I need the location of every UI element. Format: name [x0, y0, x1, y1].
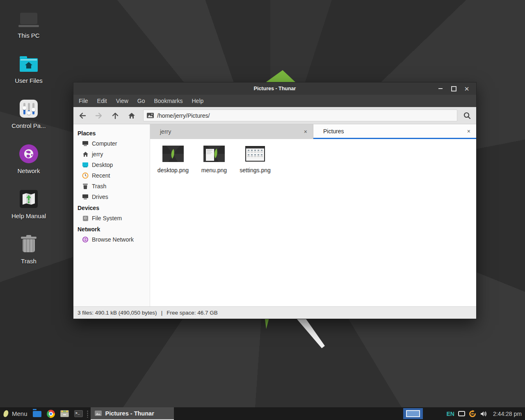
desktop-icon-label: Help Manual	[11, 212, 46, 219]
tab-close-icon[interactable]: ×	[304, 128, 307, 135]
sidebar-header-devices: Devices	[73, 202, 150, 213]
desktop-icon-this-pc[interactable]: This PC	[7, 7, 51, 52]
volume-tray-icon[interactable]	[480, 411, 487, 417]
status-bar: 3 files: 490.1 kB (490,050 bytes) | Free…	[73, 306, 476, 319]
file-thumbnail	[245, 143, 265, 164]
file-name: desktop.png	[158, 167, 189, 173]
status-files-text: 3 files: 490.1 kB (490,050 bytes)	[78, 310, 157, 316]
window-title: Pictures - Thunar	[73, 86, 476, 91]
wallpaper-logo-fragment	[295, 319, 326, 348]
desktop-icon-network[interactable]: Network	[7, 142, 51, 187]
sidebar-item-jerry[interactable]: jerry	[73, 149, 150, 160]
sidebar-item-label: jerry	[92, 151, 103, 158]
file-name: menu.png	[201, 167, 227, 173]
chrome-icon	[47, 410, 55, 418]
system-tray: EN 2:44:28 pm	[403, 407, 525, 420]
titlebar[interactable]: Pictures - Thunar ✕	[73, 82, 476, 95]
sidebar-item-label: File System	[92, 215, 122, 221]
close-button[interactable]: ✕	[463, 85, 470, 92]
menu-help[interactable]: Help	[187, 95, 208, 107]
sidebar-item-label: Browse Network	[92, 236, 134, 243]
search-button[interactable]	[459, 108, 475, 123]
file-desktop-png[interactable]: desktop.png	[153, 143, 194, 173]
browser-launcher[interactable]	[47, 410, 55, 418]
menu-bookmarks[interactable]: Bookmarks	[149, 95, 187, 107]
sidebar-item-label: Desktop	[92, 162, 113, 168]
home-button[interactable]	[123, 108, 140, 123]
terminal-launcher[interactable]: >_	[74, 410, 83, 417]
home-icon	[82, 151, 89, 158]
sidebar-item-label: Drives	[92, 194, 108, 200]
file-manager-launcher[interactable]	[33, 410, 41, 417]
status-divider: |	[161, 310, 163, 316]
sidebar-item-label: Computer	[92, 140, 117, 147]
desktop-monitor-icon	[82, 162, 89, 168]
thunar-window: Pictures - Thunar ✕ File Edit View Go Bo…	[73, 82, 477, 319]
file-list[interactable]: desktop.png	[150, 139, 476, 306]
menu-file[interactable]: File	[74, 95, 93, 107]
taskbar: Menu >_ Pictures - Thunar EN	[0, 407, 525, 420]
task-label: Pictures - Thunar	[105, 410, 154, 417]
sidebar-item-label: Recent	[92, 172, 110, 179]
computer-icon	[20, 13, 37, 24]
wallpaper-logo-fragment	[264, 319, 270, 329]
toolbar: /home/jerry/Pictures/	[73, 107, 476, 124]
back-button[interactable]	[74, 108, 91, 123]
taskbar-task-thunar[interactable]: Pictures - Thunar	[91, 407, 174, 420]
clock[interactable]: 2:44:28 pm	[493, 411, 522, 417]
tab-label: Pictures	[323, 128, 344, 135]
desktop-icon-control-panel[interactable]: Control Pa...	[7, 97, 51, 142]
file-menu-png[interactable]: menu.png	[194, 143, 235, 173]
drive-icon	[82, 194, 89, 200]
forward-button[interactable]	[91, 108, 107, 123]
archive-launcher[interactable]	[60, 410, 69, 417]
start-menu-button[interactable]: Menu	[12, 410, 27, 417]
arrow-up-icon	[111, 112, 119, 120]
keyboard-layout-indicator[interactable]: EN	[446, 411, 454, 417]
desktop-icon-trash[interactable]: Trash	[7, 232, 51, 277]
menu-edit[interactable]: Edit	[93, 95, 112, 107]
desktop-icon-user-files[interactable]: User Files	[7, 52, 51, 97]
sidebar-item-drives[interactable]: Drives	[73, 192, 150, 202]
maximize-button[interactable]	[450, 85, 457, 92]
terminal-icon: >_	[74, 410, 83, 417]
sidebar: Places Computer jerry	[73, 124, 150, 306]
desktop-icon-help-manual[interactable]: Help Manual	[7, 187, 51, 232]
desktop-icon-label: Network	[17, 167, 40, 174]
desktop: This PC User Files Control Pa...	[0, 0, 525, 420]
up-button[interactable]	[107, 108, 123, 123]
sidebar-item-label: Trash	[92, 183, 106, 189]
sidebar-item-file-system[interactable]: File System	[73, 213, 150, 224]
display-tray-icon[interactable]	[458, 411, 465, 416]
minimize-button[interactable]	[437, 85, 444, 92]
sidebar-item-desktop[interactable]: Desktop	[73, 160, 150, 170]
sidebar-item-computer[interactable]: Computer	[73, 138, 150, 149]
tab-pictures[interactable]: Pictures ×	[313, 124, 476, 139]
file-thumbnail	[203, 143, 225, 164]
home-icon	[128, 112, 136, 120]
sidebar-item-recent[interactable]: Recent	[73, 170, 150, 181]
desktop-icon-label: Control Pa...	[11, 122, 46, 129]
tab-close-icon[interactable]: ×	[467, 128, 470, 135]
wallpaper-logo-fragment	[265, 70, 296, 82]
map-icon	[20, 190, 38, 208]
tab-jerry[interactable]: jerry ×	[150, 124, 313, 139]
sidebar-header-places: Places	[73, 128, 150, 138]
start-menu-icon[interactable]	[3, 410, 9, 418]
arrow-left-icon	[78, 112, 87, 120]
globe-icon	[82, 236, 89, 243]
menu-go[interactable]: Go	[133, 95, 150, 107]
workspace-switcher[interactable]	[403, 408, 423, 419]
tasklist-grip[interactable]	[87, 410, 89, 418]
update-manager-tray-icon[interactable]	[468, 410, 477, 418]
sidebar-item-trash[interactable]: Trash	[73, 181, 150, 192]
file-settings-png[interactable]: settings.png	[235, 143, 276, 173]
sidebar-item-browse-network[interactable]: Browse Network	[73, 234, 150, 245]
sidebar-header-network: Network	[73, 224, 150, 234]
home-folder-icon	[20, 58, 38, 72]
menu-view[interactable]: View	[112, 95, 133, 107]
image-icon	[95, 411, 102, 416]
arrow-right-icon	[95, 112, 103, 120]
path-bar[interactable]: /home/jerry/Pictures/	[143, 110, 457, 121]
active-workspace	[406, 410, 420, 417]
